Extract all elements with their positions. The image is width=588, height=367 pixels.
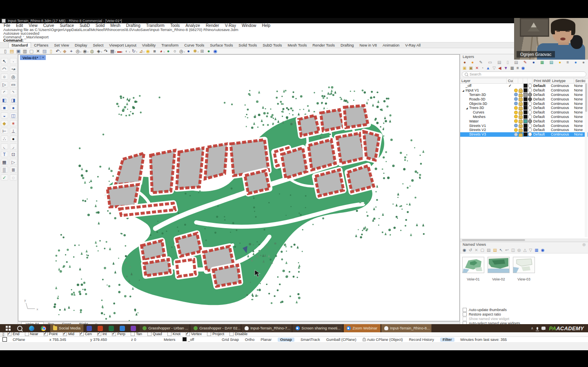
- section-style-value[interactable]: None: [574, 115, 586, 119]
- material-icon[interactable]: [528, 84, 532, 88]
- rotate-view-icon[interactable]: ↷: [102, 49, 109, 54]
- grid-icon[interactable]: ▦: [510, 66, 514, 71]
- move-up-icon[interactable]: ▲: [486, 66, 490, 71]
- named-view-card[interactable]: Veiw-02: [488, 257, 510, 281]
- new-layer-icon[interactable]: ▣: [463, 66, 466, 71]
- teams-icon[interactable]: [87, 326, 92, 331]
- scale-icon[interactable]: ⊞: [199, 49, 205, 54]
- toolbar-tab-surface-tools[interactable]: Surface Tools: [207, 43, 236, 48]
- bulb-icon[interactable]: [514, 97, 518, 101]
- dot-icon[interactable]: ●: [10, 136, 17, 142]
- lock-icon[interactable]: [519, 111, 523, 115]
- print-width-value[interactable]: Default: [532, 124, 551, 128]
- material-icon[interactable]: [528, 88, 532, 92]
- layer-color-swatch[interactable]: [523, 124, 528, 128]
- list-tab-icon[interactable]: ≡: [567, 60, 569, 65]
- new-file-icon[interactable]: ▯: [2, 49, 9, 54]
- status--off[interactable]: _off: [183, 337, 222, 342]
- print-width-value[interactable]: Default: [532, 132, 551, 136]
- status-cplane[interactable]: CPlane: [13, 338, 49, 342]
- osnap-filter-end[interactable]: End: [7, 332, 20, 336]
- linetype-value[interactable]: Continuous: [551, 93, 574, 97]
- dropdown-arrow-icon[interactable]: ▾: [87, 51, 89, 53]
- visual-studio-icon[interactable]: [131, 326, 136, 331]
- restore-view-icon[interactable]: ↺: [469, 248, 472, 252]
- linetype-value[interactable]: Continuous: [551, 119, 574, 123]
- copy-icon[interactable]: ▨: [41, 49, 48, 54]
- surface-loft-icon[interactable]: ◨: [10, 97, 17, 103]
- lock-icon[interactable]: [519, 102, 523, 106]
- linetype-value[interactable]: Continuous: [551, 124, 574, 128]
- powerpoint-icon[interactable]: [98, 326, 103, 331]
- toolbar-tab-v-ray-all[interactable]: V-Ray All: [402, 43, 423, 48]
- linetype-value[interactable]: Continuous: [551, 97, 574, 101]
- lock-icon[interactable]: [519, 94, 523, 97]
- toolbar-tab-transform[interactable]: Transform: [158, 43, 181, 48]
- render-tab-icon[interactable]: ●: [471, 60, 474, 65]
- taskbar-button-grasshopper-day-02-[interactable]: Grasshopper - DAY 02...: [191, 324, 241, 332]
- status-y-379-450[interactable]: y 379.450: [90, 338, 131, 342]
- text-icon[interactable]: T: [1, 151, 8, 157]
- circle-icon[interactable]: ○: [172, 49, 178, 54]
- light-icon[interactable]: ◉: [145, 49, 151, 54]
- lock-icon[interactable]: [519, 120, 523, 123]
- layer-color-swatch[interactable]: [523, 119, 528, 123]
- layer-color-swatch[interactable]: [523, 128, 528, 132]
- layer-color-swatch[interactable]: [523, 110, 528, 114]
- expand-arrow-icon[interactable]: ◢: [462, 89, 466, 92]
- bulb-icon[interactable]: [514, 93, 518, 96]
- layer-color-swatch[interactable]: [523, 106, 528, 110]
- print-width-value[interactable]: Default: [532, 115, 551, 119]
- image-tab-icon[interactable]: ▦: [540, 60, 544, 65]
- chat-icon[interactable]: [541, 327, 546, 330]
- material-sphere-icon[interactable]: ●: [185, 49, 192, 54]
- chamfer-icon[interactable]: ◞: [10, 143, 17, 149]
- properties-tab-icon[interactable]: ●: [463, 60, 466, 65]
- section-style-value[interactable]: None: [574, 106, 586, 110]
- layers-horizontal-scrollbar[interactable]: [460, 238, 588, 242]
- material-icon[interactable]: [528, 97, 532, 101]
- page-tab-icon[interactable]: ▯: [507, 60, 509, 65]
- tray-chevron-icon[interactable]: ∧: [531, 326, 534, 330]
- earth-icon[interactable]: ●: [205, 49, 212, 54]
- print-width-value[interactable]: Default: [532, 97, 551, 101]
- checkbox[interactable]: [131, 332, 135, 336]
- material-icon[interactable]: [528, 106, 532, 110]
- card-view-icon[interactable]: ◫: [511, 248, 515, 252]
- point-cloud-icon[interactable]: ∴: [1, 136, 8, 142]
- command-prompt[interactable]: Command:: [3, 39, 588, 42]
- dropdown-arrow-icon[interactable]: ▾: [80, 51, 82, 53]
- layer-color-swatch[interactable]: [523, 93, 528, 97]
- lock-icon[interactable]: [519, 107, 523, 110]
- print-width-value[interactable]: Default: [532, 119, 551, 123]
- arc-icon[interactable]: ◜: [1, 89, 8, 95]
- section-style-value[interactable]: None: [574, 97, 586, 101]
- viewport-title-chip[interactable]: Veiw-01* ▼: [20, 55, 46, 60]
- bulb-icon[interactable]: [514, 124, 518, 127]
- named-view-card[interactable]: Veiw-01: [462, 257, 484, 281]
- dropdown-arrow-icon[interactable]: ▾: [129, 51, 130, 53]
- open-file-icon[interactable]: ▤: [9, 49, 15, 54]
- paste-icon[interactable]: ▯: [48, 49, 54, 54]
- save-icon[interactable]: ▣: [15, 49, 22, 54]
- movies-icon[interactable]: [120, 326, 125, 331]
- bulb-icon[interactable]: [514, 111, 518, 114]
- polygon-icon[interactable]: ▷: [1, 81, 8, 87]
- menu-item-help[interactable]: Help: [262, 23, 271, 28]
- osnap-filter-mid[interactable]: Mid: [63, 332, 74, 336]
- checkbox[interactable]: [97, 332, 101, 336]
- bell2-tab-icon[interactable]: ●: [575, 60, 577, 65]
- layer-row-roads-3d[interactable]: Roads-3DDefaultContinuousNone: [460, 97, 588, 101]
- layers-vertical-scrollbar[interactable]: [585, 82, 588, 237]
- print-width-value[interactable]: Default: [532, 93, 551, 97]
- material-icon[interactable]: [528, 132, 532, 136]
- toggle-smarttrack[interactable]: SmartTrack: [301, 338, 320, 342]
- list-icon[interactable]: ≣: [10, 167, 17, 173]
- lock-icon[interactable]: [519, 89, 523, 93]
- layer-row-streets-v1[interactable]: Streets V1DefaultContinuousNone: [460, 123, 588, 128]
- boolean-icon[interactable]: ◆: [1, 120, 8, 126]
- taskbar-button-grasshopper-urban-[interactable]: Grasshopper - Urban ...: [140, 324, 190, 332]
- bulb-icon[interactable]: [514, 106, 518, 110]
- toggle-grid-snap[interactable]: Grid Snap: [222, 338, 239, 342]
- pan-icon[interactable]: ◆: [62, 49, 68, 54]
